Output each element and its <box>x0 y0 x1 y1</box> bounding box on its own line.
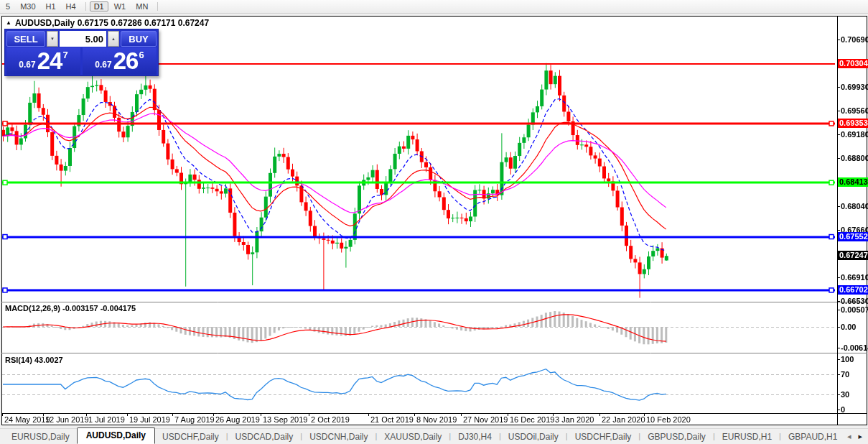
chart-tab-usdcad[interactable]: USDCAD,Daily <box>228 430 301 444</box>
date-axis-label: 1 Jul 2019 <box>88 415 125 424</box>
chart-tab-gbpusd[interactable]: GBPUSD,Daily <box>640 430 713 444</box>
rsi-axis-label: 100 <box>841 355 854 364</box>
macd-axis-label: 0.00 <box>841 323 856 331</box>
buy-price-pip: 6 <box>139 50 144 60</box>
sell-button[interactable]: SELL <box>6 31 45 47</box>
rsi-axis-label: 30 <box>841 390 849 399</box>
price-line-badge: 0.70304 <box>838 59 868 68</box>
date-axis-label: 3 Jan 2020 <box>555 415 594 424</box>
date-axis-label: 10 Feb 2020 <box>646 415 691 424</box>
date-axis-label: 24 May 2019 <box>4 415 50 424</box>
timeframe-button-d1[interactable]: D1 <box>90 1 108 11</box>
volume-increase-button[interactable]: ▲ <box>108 31 119 47</box>
toolbar-separator <box>85 2 86 11</box>
tab-scroll-right-icon[interactable]: ▸ <box>858 432 862 441</box>
macd-indicator-label: MACD(12,26,9) -0.003157 -0.004175 <box>5 304 136 313</box>
macd-axis-label: 0.005076 <box>841 305 868 314</box>
buy-button[interactable]: BUY <box>121 31 157 47</box>
chart-tab-usdcnh[interactable]: USDCNH,Daily <box>302 430 375 444</box>
timeframe-button-m30[interactable]: M30 <box>16 1 39 11</box>
volume-input[interactable] <box>60 31 106 47</box>
sell-price-prefix: 0.67 <box>19 60 35 70</box>
date-axis-label: 7 Aug 2019 <box>174 415 215 424</box>
rsi-indicator-label: RSI(14) 43.0027 <box>5 356 63 364</box>
date-axis-label: 26 Aug 2019 <box>215 415 260 424</box>
date-axis-label: 22 Jan 2020 <box>602 415 645 424</box>
price-line-badge: 0.69353 <box>838 119 868 128</box>
buy-price-prefix: 0.67 <box>95 60 111 70</box>
price-axis-tick-label: 0.68040 <box>841 202 868 211</box>
price-axis-tick-label: 0.69560 <box>841 106 868 115</box>
date-axis-label: 21 Oct 2019 <box>370 415 414 424</box>
date-axis-label: 2 Oct 2019 <box>311 415 350 424</box>
timeframe-toolbar: 5M30H1H4D1W1MN <box>0 0 868 14</box>
chart-tab-gbpaud[interactable]: GBPAUD,H1 <box>781 430 844 444</box>
price-axis-tick-label: 0.68800 <box>841 154 868 162</box>
timeframe-button-h4[interactable]: H4 <box>62 1 80 11</box>
tab-scroll-left-icon[interactable]: ◂ <box>847 432 851 441</box>
price-line-badge: 0.68413 <box>838 177 868 187</box>
buy-price-display[interactable]: 0.67 26 6 <box>83 47 157 75</box>
price-axis-tick-label: 0.69930 <box>841 83 868 91</box>
macd-axis-label: -0.006148 <box>841 343 868 352</box>
one-click-trading-panel: SELL ▼ ▲ BUY 0.67 24 7 0.67 26 6 <box>4 29 159 76</box>
date-axis-label: 27 Nov 2019 <box>463 415 508 424</box>
tab-scroll-controls: ◂▸ <box>847 432 868 441</box>
chart-tab-audusd[interactable]: AUDUSD,Daily <box>77 427 155 444</box>
chart-tab-eurusd[interactable]: EURUSD,H1 <box>715 430 779 444</box>
timeframe-button-mn[interactable]: MN <box>131 1 152 11</box>
rsi-axis-label: 0 <box>841 405 845 414</box>
date-axis-label: 19 Jul 2019 <box>129 415 170 424</box>
price-line-badge: 0.66702 <box>838 285 868 295</box>
price-axis-tick-label: 0.70690 <box>841 35 868 44</box>
mt4-window: 5M30H1H4D1W1MN ▲AUDUSD,Daily 0.67175 0.6… <box>0 0 868 444</box>
chart-tab-eurusd[interactable]: EURUSD,Daily <box>4 430 77 444</box>
date-axis-label: 8 Nov 2019 <box>416 415 457 424</box>
chart-tab-usdoil[interactable]: USDOil,Daily <box>501 430 566 444</box>
price-axis-tick-label: 0.66530 <box>841 297 868 305</box>
timeframe-button-w1[interactable]: W1 <box>110 1 131 11</box>
collapse-icon[interactable]: ▲ <box>6 19 11 26</box>
chart-title: ▲AUDUSD,Daily 0.67175 0.67286 0.67171 0.… <box>6 18 209 28</box>
sell-price-pip: 7 <box>62 50 67 60</box>
toolbar-separator <box>157 2 158 11</box>
buy-price-main: 26 <box>113 49 139 73</box>
chart-ohlc-values: 0.67175 0.67286 0.67171 0.67247 <box>78 18 210 28</box>
date-axis-label: 16 Dec 2019 <box>510 415 554 424</box>
current-price-badge: 0.67247 <box>838 251 868 260</box>
chart-tab-bar: EURUSD,DailyAUDUSD,DailyUSDCHF,Daily|USD… <box>0 428 868 444</box>
sell-price-display[interactable]: 0.67 24 7 <box>6 47 80 75</box>
chart-tab-dj30[interactable]: DJ30,H4 <box>451 430 499 444</box>
chart-symbol-label: AUDUSD,Daily <box>15 18 75 28</box>
price-axis-tick-label: 0.69180 <box>841 130 868 139</box>
price-axis-tick-label: 0.66910 <box>841 273 868 282</box>
timeframe-button-h1[interactable]: H1 <box>42 1 60 11</box>
chart-tab-usdchf[interactable]: USDCHF,Daily <box>155 430 226 444</box>
rsi-axis-label: 70 <box>841 370 849 379</box>
timeframe-button-5[interactable]: 5 <box>1 1 14 11</box>
sell-price-main: 24 <box>37 49 62 73</box>
date-axis-label: 12 Jun 2019 <box>45 415 89 424</box>
volume-decrease-button[interactable]: ▼ <box>47 31 58 47</box>
date-axis-label: 13 Sep 2019 <box>263 415 307 424</box>
price-line-badge: 0.67552 <box>838 232 868 241</box>
chart-tab-xauusd[interactable]: XAUUSD,Daily <box>377 430 449 444</box>
chart-tab-usdchf[interactable]: USDCHF,Daily <box>568 430 639 444</box>
